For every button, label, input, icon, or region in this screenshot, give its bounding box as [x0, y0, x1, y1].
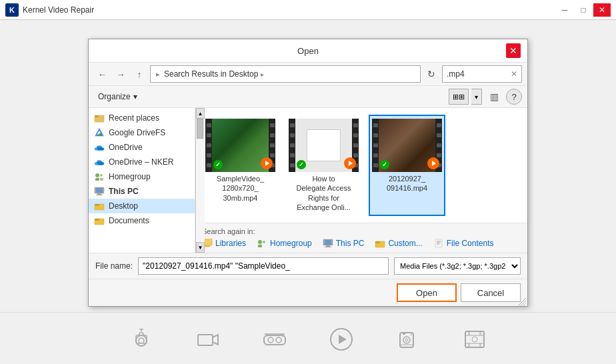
search-again-bar: Search again in: Librari [195, 223, 527, 253]
search-box[interactable]: .mp4 ✕ [442, 65, 522, 83]
svg-rect-16 [96, 188, 103, 193]
thumbnail-item-20120927[interactable]: ✓ 20120927_091416.mp4 [369, 115, 445, 216]
bottom-icon-camera [128, 326, 155, 353]
custom-search-label: Custom... [388, 239, 422, 248]
sidebar-item-onedrive-nker[interactable]: OneDrive – NKER [89, 155, 195, 169]
svg-rect-22 [95, 219, 99, 221]
toolbar-right: ⊞⊞ ▾ ▥ ? [449, 89, 522, 105]
search-option-custom[interactable]: Custom... [375, 238, 422, 249]
bottom-icon-film [461, 326, 488, 353]
app-title: Kernel Video Repair [23, 5, 556, 15]
search-clear-button[interactable]: ✕ [511, 69, 517, 79]
address-path[interactable]: ▸ Search Results in Desktop ▸ [150, 65, 421, 83]
svg-point-48 [268, 337, 273, 343]
search-option-homegroup[interactable]: Homegroup [257, 238, 312, 249]
sidebar-item-desktop[interactable]: Desktop [89, 199, 195, 213]
back-button[interactable]: ← [94, 66, 110, 82]
this-pc-icon [94, 186, 105, 197]
thumbnail-item-howto[interactable]: ✓ How toDelegate AccessRights forExchang… [285, 115, 362, 216]
sidebar-label-gdrive: Google DriveFS [109, 128, 165, 137]
film-strip-left-3 [372, 119, 379, 172]
dialog-title: Open [110, 46, 506, 56]
scroll-up-button[interactable]: ▲ [196, 108, 205, 119]
svg-point-42 [139, 338, 144, 343]
sidebar-label-homegroup: Homegroup [109, 172, 151, 181]
homegroup-icon [94, 171, 105, 182]
dialog-title-bar: Open ✕ [89, 39, 527, 63]
bottom-bar [0, 312, 616, 364]
sidebar-item-recent-places[interactable]: Recent places [89, 111, 195, 125]
checkmark-2: ✓ [297, 160, 306, 169]
dialog-wrapper: Open ✕ ← → ↑ ▸ Search Results in Desktop… [5, 25, 611, 307]
svg-point-7 [97, 145, 102, 149]
svg-rect-33 [375, 241, 380, 243]
sidebar-item-documents[interactable]: Documents [89, 213, 195, 228]
scroll-thumb[interactable] [197, 119, 203, 139]
open-button[interactable]: Open [397, 283, 457, 302]
main-content: Open ✕ ← → ↑ ▸ Search Results in Desktop… [0, 20, 616, 312]
libraries-label: Libraries [215, 239, 246, 248]
custom-search-icon [375, 238, 385, 249]
title-bar: K Kernel Video Repair ─ □ ✕ [0, 0, 616, 20]
svg-rect-31 [325, 247, 331, 247]
app-window: K Kernel Video Repair ─ □ ✕ Open ✕ ← → [0, 0, 616, 364]
svg-point-12 [100, 174, 103, 177]
cancel-button[interactable]: Cancel [461, 283, 521, 302]
play-button-1 [261, 157, 273, 169]
sidebar: Recent places Goog [89, 108, 195, 253]
title-bar-controls: ─ □ ✕ [556, 3, 611, 17]
desktop-folder-icon [94, 201, 105, 211]
file-type-select[interactable]: Media Files (*.3g2; *.3gp; *.3gp2 [394, 257, 521, 275]
view-arrow-button[interactable]: ▾ [471, 89, 482, 105]
this-pc-search-label: This PC [336, 239, 365, 248]
thumbnail-item-samplevideo[interactable]: ✓ SampleVideo_1280x720_30mb.mp4 [202, 115, 279, 216]
toolbar: Organize ▾ ⊞⊞ ▾ ▥ ? [89, 86, 527, 108]
search-value: .mp4 [447, 69, 465, 79]
svg-rect-34 [435, 239, 442, 247]
sidebar-item-homegroup[interactable]: Homegroup [89, 169, 195, 184]
up-button[interactable]: ↑ [131, 66, 147, 82]
refresh-button[interactable]: ↻ [423, 66, 439, 82]
homegroup-search-icon [257, 238, 267, 249]
file-area: ✓ SampleVideo_1280x720_30mb.mp4 [195, 108, 527, 253]
svg-rect-58 [403, 333, 405, 335]
sidebar-item-this-pc[interactable]: This PC [89, 184, 195, 199]
svg-rect-65 [468, 343, 470, 347]
layout-button[interactable]: ▥ [485, 89, 503, 105]
film-strip-left-2 [289, 119, 295, 172]
close-button[interactable]: ✕ [593, 3, 611, 17]
svg-rect-24 [204, 239, 212, 245]
minimize-button[interactable]: ─ [556, 3, 573, 17]
search-option-file-contents[interactable]: File Contents [433, 238, 494, 249]
sidebar-item-onedrive[interactable]: OneDrive [89, 140, 195, 155]
svg-point-41 [136, 335, 147, 346]
search-option-this-pc[interactable]: This PC [323, 238, 365, 249]
documents-folder-icon [94, 215, 105, 226]
thumbnail-label-2: How toDelegate AccessRights forExchange … [297, 174, 351, 212]
dialog-close-button[interactable]: ✕ [506, 43, 521, 58]
help-button[interactable]: ? [506, 89, 522, 105]
thumbnail-label-1: SampleVideo_1280x720_30mb.mp4 [217, 174, 264, 203]
svg-rect-46 [198, 335, 213, 345]
file-name-input[interactable] [138, 257, 389, 275]
film-strip-left-1 [205, 119, 212, 172]
svg-rect-63 [468, 331, 470, 335]
maximize-button[interactable]: □ [575, 3, 592, 17]
svg-rect-66 [479, 343, 481, 347]
bottom-icon-cam2 [395, 326, 421, 353]
file-contents-label: File Contents [447, 239, 494, 248]
resize-grip[interactable] [518, 297, 526, 305]
svg-rect-14 [100, 178, 103, 181]
file-name-label: File name: [95, 261, 133, 271]
forward-button[interactable]: → [113, 66, 129, 82]
svg-rect-1 [95, 115, 99, 117]
search-option-libraries[interactable]: Libraries [202, 238, 246, 249]
play-button-3 [427, 157, 439, 169]
svg-marker-54 [339, 335, 347, 344]
view-button[interactable]: ⊞⊞ [449, 89, 469, 105]
sidebar-item-google-drive[interactable]: Google DriveFS [89, 125, 195, 140]
bottom-icon-video-camera [195, 326, 221, 353]
scroll-down-button[interactable]: ▼ [196, 242, 205, 253]
organize-label: Organize [98, 92, 131, 101]
organize-button[interactable]: Organize ▾ [94, 91, 141, 103]
